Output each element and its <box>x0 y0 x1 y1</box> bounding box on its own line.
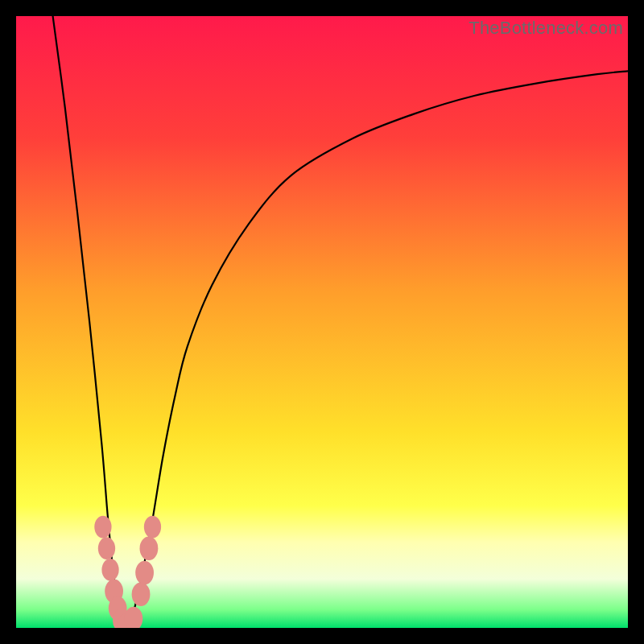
curve-marker <box>125 607 143 628</box>
curve-marker <box>98 537 115 559</box>
curve-marker <box>132 582 151 606</box>
watermark-text: TheBottleneck.com <box>469 18 623 39</box>
bottleneck-curve <box>53 16 628 628</box>
curve-marker <box>94 516 111 539</box>
curve-markers <box>94 516 161 628</box>
curve-marker <box>140 536 159 560</box>
curve-layer <box>16 16 628 628</box>
curve-marker <box>101 559 118 581</box>
chart-frame: TheBottleneck.com <box>0 0 644 644</box>
curve-marker <box>135 561 154 585</box>
curve-marker <box>144 516 161 539</box>
plot-area: TheBottleneck.com <box>16 16 628 628</box>
